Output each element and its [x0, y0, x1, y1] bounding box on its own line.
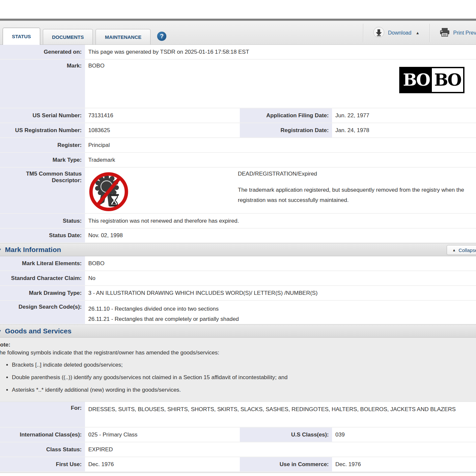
- tab-maintenance-label: MAINTENANCE: [105, 34, 141, 40]
- collapse-all-button[interactable]: ▲ Collapse All: [447, 245, 476, 255]
- status-value: This registration was not renewed and th…: [85, 214, 476, 228]
- status-row: Status: This registration was not renewe…: [0, 214, 476, 229]
- filing-date-value: Jun. 22, 1977: [332, 108, 476, 123]
- tm5-status-description: The trademark application registered, bu…: [238, 185, 476, 205]
- download-label: Download: [388, 30, 411, 36]
- registration-date-label: Registration Date:: [240, 123, 332, 137]
- class-status-value: EXPIRED: [85, 442, 476, 457]
- help-icon[interactable]: ?: [157, 32, 166, 41]
- us-class-value: 039: [332, 428, 476, 442]
- serial-number-label: US Serial Number:: [0, 108, 85, 123]
- international-class-value: 025 - Primary Class: [85, 428, 240, 442]
- register-row: Register: Principal: [0, 138, 476, 153]
- tm5-label: TM5 Common Status Descriptor:: [0, 168, 85, 213]
- mark-image-left: BO: [401, 68, 432, 92]
- mark-label: Mark:: [0, 60, 85, 108]
- for-value: DRESSES, SUITS, BLOUSES, SHIRTS, SHORTS,…: [85, 402, 476, 427]
- mark-image-right: BO: [432, 68, 463, 92]
- filing-date-label: Application Filing Date:: [240, 108, 332, 123]
- note-bullet: Double parenthesis ((..)) identify any g…: [12, 373, 476, 382]
- tab-strip: STATUS DOCUMENTS MAINTENANCE ?: [3, 28, 166, 44]
- class-status-row: Class Status: EXPIRED: [0, 442, 476, 457]
- for-label: For:: [0, 402, 85, 427]
- download-icon: [373, 27, 384, 39]
- mark-information-title: Mark Information: [5, 246, 61, 254]
- goods-note-block: Note: The following symbols indicate tha…: [0, 338, 476, 402]
- download-button[interactable]: Download ▲: [363, 27, 430, 39]
- goods-and-services-section-header[interactable]: ▼ Goods and Services: [0, 324, 476, 338]
- standard-character-label: Standard Character Claim:: [0, 271, 85, 285]
- note-intro: The following symbols indicate that the …: [0, 350, 476, 356]
- mark-information-section-header[interactable]: ▼ Mark Information ▲ Collapse All: [0, 243, 476, 256]
- design-search-codes-label: Design Search Code(s):: [0, 301, 85, 324]
- for-row: For: DRESSES, SUITS, BLOUSES, SHIRTS, SH…: [0, 402, 476, 428]
- registration-number-value: 1083625: [85, 123, 240, 137]
- mark-drawing-type-row: Mark Drawing Type: 3 - AN ILLUSTRATION D…: [0, 286, 476, 301]
- status-label: Status:: [0, 214, 85, 228]
- print-preview-label: Print Preview: [453, 30, 476, 36]
- design-search-codes-row: Design Search Code(s): 26.11.10 - Rectan…: [0, 301, 476, 324]
- first-use-label: First Use:: [0, 457, 85, 471]
- mark-literal-value: BOBO: [85, 256, 476, 270]
- mark-drawing-type-label: Mark Drawing Type:: [0, 286, 85, 300]
- mark-type-value: Trademark: [85, 153, 476, 167]
- dead-mark-prohibited-ribbon-icon: [89, 172, 129, 213]
- note-bullet: Brackets [..] indicate deleted goods/ser…: [12, 360, 476, 370]
- register-label: Register:: [0, 138, 85, 152]
- note-title: Note:: [0, 342, 476, 348]
- collapse-all-label: Collapse All: [459, 247, 476, 253]
- printer-icon: [440, 28, 450, 38]
- tab-documents-label: DOCUMENTS: [52, 34, 84, 40]
- collapse-triangle-icon: ▼: [0, 329, 3, 333]
- status-date-row: Status Date: Nov. 02, 1998: [0, 229, 476, 243]
- use-in-commerce-label: Use in Commerce:: [240, 457, 332, 471]
- mark-row: Mark: BOBO BO BO: [0, 60, 476, 108]
- note-list: Brackets [..] indicate deleted goods/ser…: [6, 360, 476, 395]
- registration-date-value: Jan. 24, 1978: [332, 123, 476, 137]
- tm5-text-block: DEAD/REGISTRATION/Expired The trademark …: [238, 171, 476, 205]
- collapse-triangle-icon: ▼: [0, 247, 3, 252]
- mark-type-row: Mark Type: Trademark: [0, 153, 476, 168]
- register-value: Principal: [85, 138, 476, 152]
- use-in-commerce-value: Dec. 1976: [332, 457, 476, 471]
- status-date-value: Nov. 02, 1998: [85, 229, 476, 242]
- first-use-value: Dec. 1976: [85, 457, 240, 471]
- top-spacer: [0, 0, 476, 18]
- generated-on-row: Generated on: This page was generated by…: [0, 45, 476, 60]
- toolbar-actions: Download ▲ Print Preview: [363, 21, 476, 44]
- download-caret-icon: ▲: [416, 31, 420, 35]
- tab-status[interactable]: STATUS: [3, 28, 40, 45]
- tab-maintenance[interactable]: MAINTENANCE: [96, 29, 151, 44]
- print-preview-button[interactable]: Print Preview: [430, 28, 476, 38]
- tsdr-status-page: STATUS DOCUMENTS MAINTENANCE ? Download …: [0, 0, 476, 473]
- mark-image: BO BO: [399, 67, 464, 93]
- standard-character-value: No: [85, 271, 476, 285]
- tab-documents[interactable]: DOCUMENTS: [43, 29, 93, 44]
- mark-literal-row: Mark Literal Elements: BOBO: [0, 256, 476, 271]
- generated-on-value: This page was generated by TSDR on 2025-…: [85, 45, 476, 59]
- design-code-line: 26.11.10 - Rectangles divided once into …: [88, 304, 219, 314]
- serial-number-value: 73131416: [85, 108, 240, 123]
- status-date-label: Status Date:: [0, 229, 85, 242]
- us-class-label: U.S Class(es):: [240, 428, 332, 442]
- international-class-label: International Class(es):: [0, 428, 85, 442]
- registration-number-row: US Registration Number: 1083625 Registra…: [0, 123, 476, 138]
- mark-drawing-type-value: 3 - AN ILLUSTRATION DRAWING WHICH INCLUD…: [85, 286, 476, 300]
- collapse-all-caret-icon: ▲: [452, 248, 456, 252]
- window-divider-bar: [0, 18, 476, 21]
- note-bullet: Asterisks *..* identify additional (new)…: [12, 385, 476, 395]
- design-code-line: 26.11.21 - Rectangles that are completel…: [88, 314, 239, 324]
- generated-on-label: Generated on:: [0, 45, 85, 59]
- mark-literal-label: Mark Literal Elements:: [0, 256, 85, 270]
- standard-character-row: Standard Character Claim: No: [0, 271, 476, 286]
- first-use-row: First Use: Dec. 1976 Use in Commerce: De…: [0, 457, 476, 472]
- mark-value: BOBO: [88, 63, 104, 69]
- class-status-label: Class Status:: [0, 442, 85, 457]
- design-search-codes-cell: 26.11.10 - Rectangles divided once into …: [85, 301, 476, 324]
- mark-type-label: Mark Type:: [0, 153, 85, 167]
- bottom-divider: [0, 472, 476, 473]
- tab-toolbar: STATUS DOCUMENTS MAINTENANCE ? Download …: [0, 21, 476, 45]
- tm5-value-cell: DEAD/REGISTRATION/Expired The trademark …: [85, 168, 476, 213]
- goods-and-services-title: Goods and Services: [5, 327, 71, 335]
- international-class-row: International Class(es): 025 - Primary C…: [0, 428, 476, 442]
